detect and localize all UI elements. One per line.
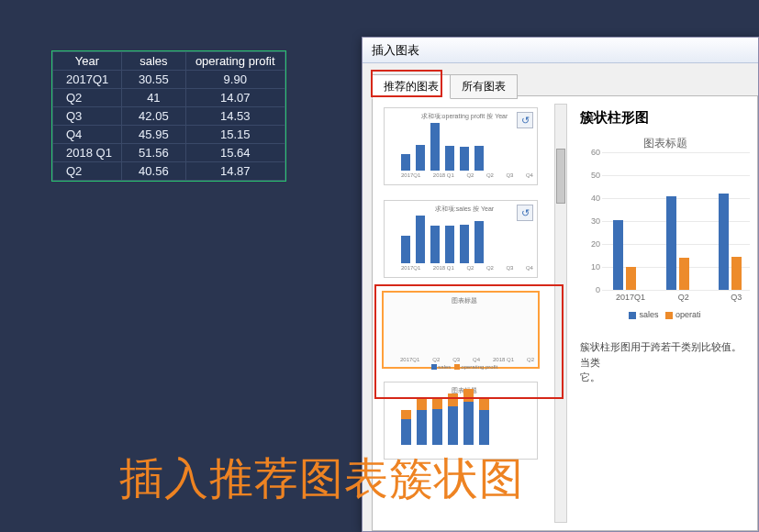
bar-group: 2017Q1 — [613, 194, 644, 290]
thumb-xlabels: 2017Q1 Q2 Q3 Q4 2018 Q1 Q2 — [395, 357, 534, 362]
chart-legend: sales operati — [580, 310, 750, 319]
table-row[interactable]: Q240.5614.87 — [53, 162, 285, 181]
thumb-bars — [396, 397, 533, 445]
source-data-table[interactable]: Year sales operating profit 2017Q130.559… — [51, 50, 286, 182]
table-row[interactable]: Q24114.07 — [53, 89, 285, 107]
swap-axes-icon[interactable]: ↺ — [517, 205, 533, 221]
thumb-bars — [395, 307, 534, 355]
table-row[interactable]: Q342.0514.53 — [53, 107, 285, 126]
col-year: Year — [53, 52, 122, 71]
swap-axes-icon[interactable]: ↺ — [517, 112, 533, 128]
thumb-title: 图表标题 — [395, 296, 534, 305]
legend-sales: sales — [629, 310, 658, 319]
table-row[interactable]: 2018 Q151.5615.64 — [53, 144, 285, 162]
tab-strip: 推荐的图表 所有图表 — [372, 74, 517, 99]
thumbs-scrollbar[interactable] — [554, 104, 567, 523]
thumb-profit-by-year[interactable]: 求和项:operating profit 按 Year ↺ 2017Q1 — [380, 104, 541, 189]
col-profit: operating profit — [185, 52, 285, 71]
thumb-xlabels: 2017Q1 2018 Q1 Q2 Q2 Q3 Q4 — [396, 172, 533, 178]
table-row[interactable]: 2017Q130.559.90 — [53, 71, 285, 89]
chart-title: 图表标题 — [580, 136, 750, 151]
table-header-row: Year sales operating profit — [53, 52, 285, 71]
tab-all[interactable]: 所有图表 — [450, 74, 518, 99]
col-sales: sales — [121, 52, 185, 71]
table-row[interactable]: Q445.9515.15 — [53, 126, 285, 144]
thumb-clustered-column[interactable]: 图表标题 2017Q1 Q2 Q3 — [380, 289, 541, 371]
chart-type-title: 簇状柱形图 — [580, 109, 750, 127]
tutorial-caption: 插入推荐图表簇状图 — [119, 449, 524, 508]
thumb-xlabels: 2017Q1 2018 Q1 Q2 Q2 Q3 Q4 — [396, 265, 533, 271]
dialog-title: 插入图表 — [363, 38, 758, 63]
thumb-title: 求和项:operating profit 按 Year — [396, 112, 533, 121]
thumb-bars — [396, 123, 533, 171]
thumb-sales-by-year[interactable]: 求和项:sales 按 Year ↺ 2017Q1 201 — [380, 196, 541, 282]
chart-detail: 簇状柱形图 图表标题 60 50 40 30 20 10 0 2017Q1Q2Q… — [573, 102, 757, 530]
scrollbar-thumb[interactable] — [556, 149, 565, 204]
bar-group: Q3 — [719, 194, 750, 290]
chart-description: 簇状柱形图用于跨若干类别比较值。当类 它。 — [580, 339, 750, 385]
legend-profit: operati — [665, 310, 701, 319]
thumb-bars — [396, 216, 533, 263]
thumb-title: 求和项:sales 按 Year — [396, 205, 533, 214]
tab-recommended[interactable]: 推荐的图表 — [372, 74, 451, 99]
chart-preview: 图表标题 60 50 40 30 20 10 0 2017Q1Q2Q3 sale… — [580, 136, 750, 328]
bar-group: Q2 — [666, 194, 698, 290]
chart-plot: 60 50 40 30 20 10 0 2017Q1Q2Q3 — [602, 152, 750, 290]
